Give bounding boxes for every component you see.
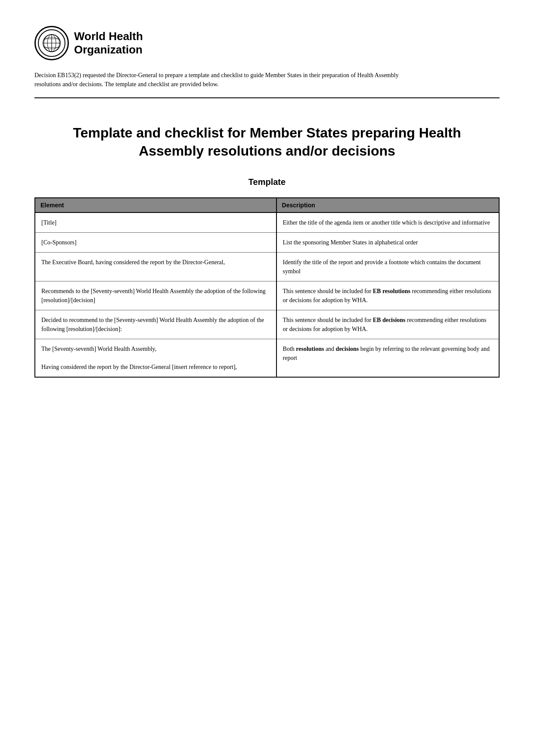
element-wha-line1: The [Seventy-seventh] World Health Assem…	[41, 344, 270, 353]
table-row: The Executive Board, having considered t…	[35, 253, 499, 281]
section-title: Template	[34, 177, 500, 187]
element-cell-recommends: Recommends to the [Seventy-seventh] Worl…	[35, 281, 276, 310]
element-cell-cosponsors: [Co-Sponsors]	[35, 233, 276, 253]
description-cell-wha: Both resolutions and decisions begin by …	[276, 339, 499, 378]
table-row: Decided to recommend to the [Seventy-sev…	[35, 310, 499, 339]
divider	[34, 97, 500, 98]
description-cell-title: Either the title of the agenda item or a…	[276, 212, 499, 233]
bold-eb-resolutions: EB resolutions	[373, 288, 410, 294]
description-cell-decided: This sentence should be included for EB …	[276, 310, 499, 339]
table-header-row: Element Description	[35, 198, 499, 212]
bold-eb-decisions: EB decisions	[373, 317, 406, 323]
table-row: [Co-Sponsors] List the sponsoring Member…	[35, 233, 499, 253]
org-name: World Health Organization	[74, 30, 143, 56]
description-cell-recommends: This sentence should be included for EB …	[276, 281, 499, 310]
intro-paragraph: Decision EB153(2) requested the Director…	[34, 71, 422, 89]
table-row: Recommends to the [Seventy-seventh] Worl…	[35, 281, 499, 310]
element-cell-decided: Decided to recommend to the [Seventy-sev…	[35, 310, 276, 339]
main-title: Template and checklist for Member States…	[34, 124, 500, 160]
globe-icon	[41, 32, 62, 54]
table-row: The [Seventy-seventh] World Health Assem…	[35, 339, 499, 378]
col-description-header: Description	[276, 198, 499, 212]
element-cell-executive-board: The Executive Board, having considered t…	[35, 253, 276, 281]
bold-resolutions: resolutions	[296, 346, 324, 352]
description-cell-executive-board: Identify the title of the report and pro…	[276, 253, 499, 281]
col-element-header: Element	[35, 198, 276, 212]
element-cell-wha: The [Seventy-seventh] World Health Assem…	[35, 339, 276, 378]
table-row: [Title] Either the title of the agenda i…	[35, 212, 499, 233]
template-table: Element Description [Title] Either the t…	[34, 197, 500, 378]
element-wha-line2: Having considered the report by the Dire…	[41, 362, 270, 372]
logo-inner	[38, 29, 65, 57]
logo-container: World Health Organization	[34, 26, 143, 60]
who-logo	[34, 26, 69, 60]
element-cell-title: [Title]	[35, 212, 276, 233]
page-header: World Health Organization	[34, 26, 500, 60]
bold-decisions: decisions	[336, 346, 359, 352]
description-cell-cosponsors: List the sponsoring Member States in alp…	[276, 233, 499, 253]
